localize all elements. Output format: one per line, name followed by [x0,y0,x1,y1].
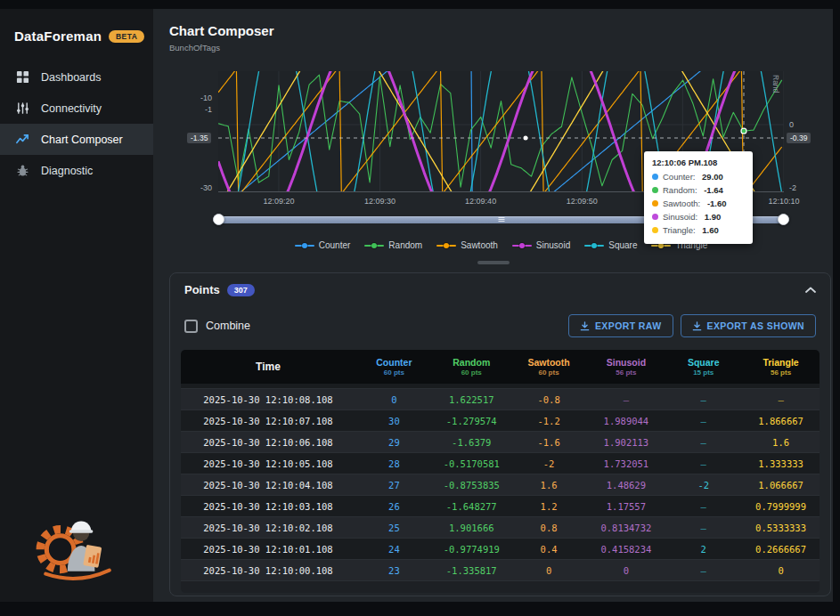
export-buttons: EXPORT RAW EXPORT AS SHOWN [568,314,816,337]
table-row[interactable]: 2025-10-30 12:10:06.10829-1.6379-1.61.90… [181,432,820,453]
cell-sawtooth: 1.6 [510,474,588,496]
cell-time: 2025-10-30 12:10:07.108 [181,410,355,432]
export-as-shown-button[interactable]: EXPORT AS SHOWN [681,314,816,337]
collapse-panel-button[interactable] [805,287,816,293]
cell-time: 2025-10-30 12:10:03.108 [181,496,355,517]
tooltip-series-name: Sawtooth: [663,199,703,208]
tooltip-series-name: Random: [663,185,699,195]
brand: DataForeman BETA [0,9,153,61]
download-icon [692,321,702,331]
cell-sinusoid: 0 [587,560,665,581]
slider-handle-right[interactable] [778,214,789,225]
tooltip-series-value: 1.90 [705,212,722,222]
x-axis-tick-label: 12:10:10 [768,197,799,206]
cell-sawtooth: -0.8 [510,389,588,410]
points-panel: Points 307 Combine EXPORT RAW EXPORT AS [169,272,831,596]
points-table: TimeCounter60 ptsRandom60 ptsSawtooth60 … [181,350,820,593]
legend-item-counter[interactable]: Counter [295,240,351,250]
legend-label: Counter [319,240,351,250]
table-filler [181,581,820,594]
table-header-row: TimeCounter60 ptsRandom60 ptsSawtooth60 … [181,350,820,384]
combine-checkbox[interactable] [184,320,198,333]
legend-label: Sinusoid [536,240,570,250]
table-row[interactable]: 2025-10-30 12:10:04.10827-0.87538351.61.… [181,474,820,496]
tooltip-timestamp: 12:10:06 PM.108 [652,158,745,167]
legend-item-sinusoid[interactable]: Sinusoid [512,240,570,250]
resize-handle[interactable] [477,261,510,264]
points-count-badge: 307 [227,284,255,296]
cell-sawtooth: 0 [510,560,588,581]
cell-sawtooth: -2 [510,453,588,474]
slider-handle-left[interactable] [213,214,224,225]
export-raw-label: EXPORT RAW [595,320,662,331]
slider-grip-icon[interactable] [498,217,504,222]
table-row[interactable]: 2025-10-30 12:10:08.10801.622517-0.8——— [181,389,820,410]
legend-item-square[interactable]: Square [584,240,637,250]
sidebar-item-diagnostic[interactable]: Diagnostic [0,155,153,186]
tooltip-entries: Counter: 29.00Random: -1.64Sawtooth: -1.… [652,172,745,235]
cell-triangle: 1.066667 [742,474,820,496]
page-subtitle: BunchOfTags [169,43,833,53]
table-row[interactable]: 2025-10-30 12:10:02.108251.9016660.80.81… [181,517,820,539]
cell-sinusoid: 1.902113 [587,432,665,453]
beta-badge: BETA [109,30,144,43]
bug-icon [16,164,29,177]
cell-sinusoid: 1.989044 [587,410,665,432]
cell-random: -1.6379 [433,432,510,453]
dataforeman-logo [0,506,153,582]
cell-triangle: 1.866667 [742,410,820,432]
cell-time: 2025-10-30 12:10:04.108 [181,474,355,496]
export-raw-button[interactable]: EXPORT RAW [568,314,673,337]
tooltip-entry: Triangle: 1.60 [652,225,745,235]
cell-square: — [665,453,742,474]
cell-sawtooth: -1.2 [510,410,588,432]
cell-sinusoid: — [587,389,665,410]
sidebar-item-chart-composer[interactable]: Chart Composer [0,124,153,155]
cell-counter: 23 [355,560,433,581]
worker-gear-logo-icon [33,506,120,582]
table-row[interactable]: 2025-10-30 12:10:03.10826-1.6482771.21.1… [181,496,820,517]
legend-item-random[interactable]: Random [364,240,422,250]
cell-triangle: 0.7999999 [742,496,820,517]
cell-square: — [665,389,742,410]
cell-triangle: 1.6 [742,432,820,453]
sidebar-item-label: Chart Composer [41,134,123,146]
sidebar-item-label: Diagnostic [41,165,93,177]
cell-triangle: 0.2666667 [742,539,820,560]
legend-label: Random [388,240,422,250]
tooltip-entry: Counter: 29.00 [652,172,745,182]
sidebar-item-dashboards[interactable]: Dashboards [0,61,153,93]
series-dot-icon [652,227,658,233]
series-dot-icon [652,187,658,193]
cell-random: -1.279574 [433,410,510,432]
tooltip-series-name: Triangle: [663,225,697,235]
legend-marker-icon [364,242,384,249]
page-title: Chart Composer [169,23,833,38]
cell-random: -1.648277 [433,496,510,517]
cell-time: 2025-10-30 12:10:05.108 [181,453,355,474]
table-row[interactable]: 2025-10-30 12:10:05.10828-0.5170581-21.7… [181,453,820,474]
legend-label: Sawtooth [461,240,498,250]
col-header-square: Square15 pts [665,350,742,384]
legend-item-sawtooth[interactable]: Sawtooth [436,240,498,250]
cell-sawtooth: 1.2 [510,496,588,517]
sidebar: DataForeman BETA DashboardsConnectivityC… [0,9,153,602]
cell-random: -0.9774919 [433,539,510,560]
crosshair-value-right: -0.39 [787,133,811,143]
points-table-wrap: TimeCounter60 ptsRandom60 ptsSawtooth60 … [181,350,820,593]
table-row[interactable]: 2025-10-30 12:10:07.10830-1.279574-1.21.… [181,410,820,432]
chart-area: -10 -1 -30 0 -2 Rand -1.35 -0.39 12:09:2… [153,71,833,272]
x-axis-tick-label: 12:09:50 [567,197,598,206]
sidebar-nav: DashboardsConnectivityChart ComposerDiag… [0,61,153,186]
y-axis-label: -30 [176,183,212,192]
tooltip-series-value: 29.00 [702,172,723,182]
table-row[interactable]: 2025-10-30 12:10:01.10824-0.97749190.40.… [181,539,820,560]
col-header-sinusoid: Sinusoid56 pts [587,350,665,384]
table-row[interactable]: 2025-10-30 12:10:00.10823-1.33581700—0 [181,560,820,581]
main-content: Chart Composer BunchOfTags -10 -1 -30 0 … [153,9,833,602]
cell-sawtooth: 0.4 [510,539,588,560]
cell-sinusoid: 1.48629 [587,474,665,496]
cell-square: — [665,410,742,432]
legend-marker-icon [584,242,604,249]
sidebar-item-connectivity[interactable]: Connectivity [0,93,153,124]
